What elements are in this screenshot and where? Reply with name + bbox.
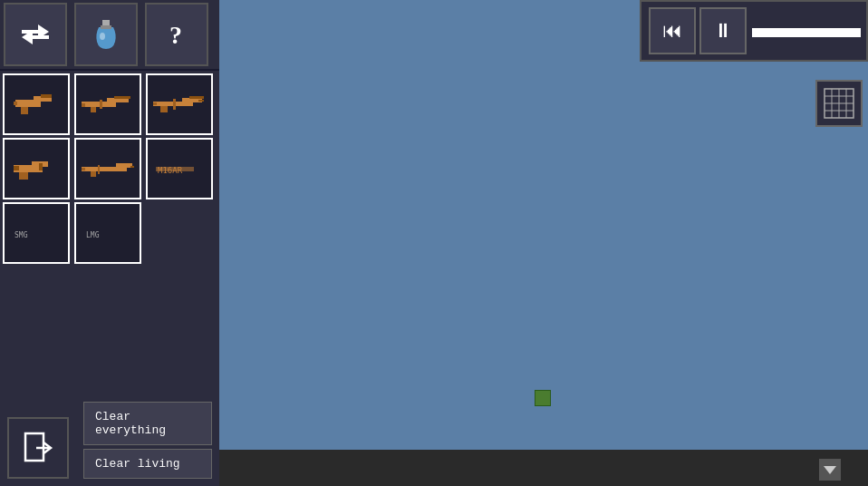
svg-text:LMG: LMG	[86, 231, 100, 239]
game-entity	[535, 390, 551, 406]
svg-rect-4	[101, 25, 111, 29]
svg-rect-14	[114, 96, 130, 99]
rewind-icon: ⏮	[662, 19, 682, 44]
weapon-cell-5[interactable]	[74, 138, 141, 199]
svg-rect-9	[41, 94, 52, 98]
help-button[interactable]: ?	[145, 3, 208, 66]
svg-rect-23	[198, 100, 204, 102]
svg-rect-15	[82, 103, 85, 107]
toolbar: ?	[0, 0, 219, 71]
playback-controls: ⏮ ⏸	[640, 0, 868, 62]
game-area[interactable]: ⏮ ⏸	[219, 0, 868, 450]
exit-button[interactable]	[7, 417, 69, 479]
bottom-right-indicator	[819, 459, 841, 481]
progress-container	[752, 24, 861, 37]
svg-rect-26	[19, 172, 28, 180]
weapon-cell-7[interactable]: SMG	[3, 202, 70, 264]
potion-button[interactable]	[74, 3, 138, 66]
clear-everything-button[interactable]: Clear everything	[83, 402, 212, 445]
grid-toggle-button[interactable]	[815, 80, 863, 127]
grid-icon	[824, 88, 854, 119]
svg-marker-47	[824, 466, 836, 474]
svg-rect-19	[160, 106, 168, 112]
svg-rect-21	[153, 102, 157, 105]
weapon-cell-1[interactable]	[3, 73, 70, 135]
down-arrow-icon	[822, 462, 838, 478]
svg-rect-33	[130, 166, 134, 168]
weapon-grid: M16AR SMG LMG	[0, 71, 219, 267]
svg-rect-20	[189, 96, 204, 99]
svg-rect-8	[21, 107, 28, 114]
left-panel: ?	[0, 0, 219, 486]
weapon-cell-6[interactable]: M16AR	[146, 138, 213, 199]
bottom-bar	[219, 450, 868, 486]
rewind-button[interactable]: ⏮	[649, 7, 696, 54]
weapon-cell-4[interactable]	[3, 138, 70, 199]
svg-rect-2	[102, 20, 110, 25]
svg-rect-36	[156, 167, 194, 171]
swap-button[interactable]	[4, 3, 67, 66]
weapon-cell-8[interactable]: LMG	[74, 202, 141, 264]
progress-bar[interactable]	[752, 28, 861, 37]
bottom-left-area: Clear everything Clear living	[0, 395, 219, 486]
weapon-cell-2[interactable]	[74, 73, 141, 135]
svg-text:?: ?	[169, 21, 182, 49]
svg-rect-30	[116, 163, 132, 168]
pause-icon: ⏸	[713, 19, 733, 44]
svg-rect-27	[14, 166, 19, 170]
svg-rect-28	[39, 163, 43, 170]
clear-living-button[interactable]: Clear living	[83, 449, 212, 479]
svg-rect-16	[100, 100, 102, 109]
svg-point-3	[100, 33, 105, 40]
svg-rect-32	[82, 168, 85, 170]
pause-button[interactable]: ⏸	[699, 7, 747, 54]
clear-menu: Clear everything Clear living	[83, 402, 212, 479]
svg-rect-31	[91, 171, 96, 177]
weapon-cell-3[interactable]	[146, 73, 213, 135]
svg-text:SMG: SMG	[14, 231, 28, 239]
svg-rect-10	[14, 102, 17, 105]
svg-rect-34	[98, 165, 100, 174]
svg-rect-22	[173, 99, 176, 110]
svg-rect-13	[91, 107, 96, 112]
